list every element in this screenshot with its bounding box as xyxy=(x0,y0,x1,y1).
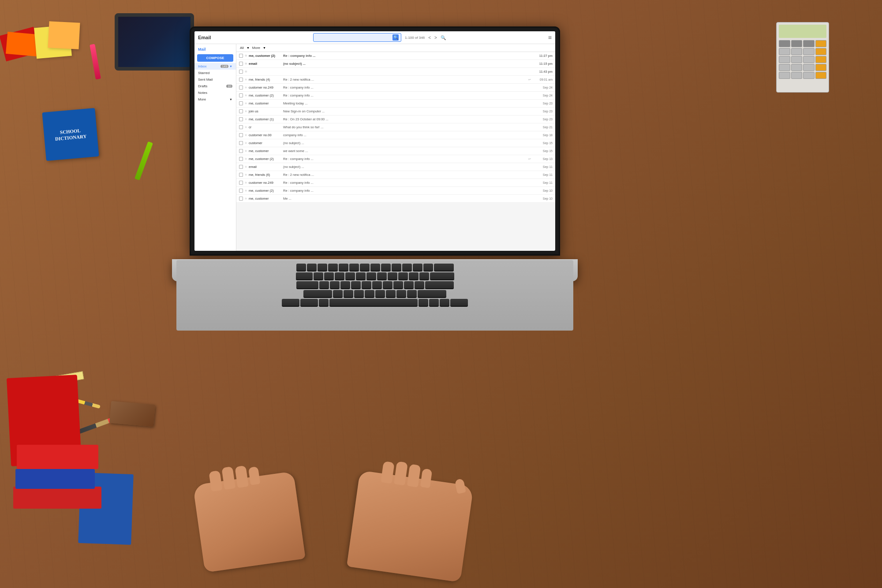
email-row[interactable]: ★me, customer (1)Re : On 23 October at 0… xyxy=(236,115,555,123)
reply-icon: ↩ xyxy=(528,157,534,161)
email-from: email xyxy=(249,62,282,66)
star-icon[interactable]: ★ xyxy=(244,86,247,89)
email-row[interactable]: ★me, customerMeeting today ...Sep 23 xyxy=(236,100,555,108)
email-checkbox[interactable] xyxy=(239,149,243,153)
email-subject: Re : company info ... xyxy=(283,189,527,193)
email-row[interactable]: ★customer no.249Re : company info ...Sep… xyxy=(236,179,555,187)
star-icon[interactable]: ★ xyxy=(244,93,247,97)
star-icon[interactable]: ★ xyxy=(244,101,247,105)
book-blue xyxy=(15,469,95,489)
sidebar-item-more[interactable]: More ▼ xyxy=(194,96,236,103)
email-row[interactable]: ★me, friends (6)Re : 2 new notifica ...S… xyxy=(236,171,555,179)
sidebar-item-drafts[interactable]: Drafts 10 xyxy=(194,83,236,89)
filter-more-button[interactable]: More xyxy=(252,46,260,50)
email-checkbox[interactable] xyxy=(239,78,243,82)
star-icon[interactable]: ★ xyxy=(244,117,247,121)
email-row[interactable]: ★me, friends (4)Re : 2 new notifica ...↩… xyxy=(236,76,555,84)
email-time: 09:01 am xyxy=(536,78,553,81)
sidebar-item-inbox[interactable]: Inbox 149 ▼ xyxy=(194,63,236,70)
email-row[interactable]: ★email(no subject) ...11:15 pm xyxy=(236,60,555,68)
calc-key xyxy=(815,40,827,47)
sidebar-item-starred[interactable]: Starred xyxy=(194,70,236,76)
search-input[interactable] xyxy=(316,36,392,40)
nav-prev-icon[interactable]: < xyxy=(428,35,431,40)
star-icon[interactable]: ★ xyxy=(244,149,247,153)
star-icon[interactable]: ★ xyxy=(244,109,247,113)
sidebar-item-sent[interactable]: Sent Mail xyxy=(194,76,236,83)
email-row[interactable]: ★me, customerMe ...Sep 10 xyxy=(236,195,555,203)
email-time: Sep 11 xyxy=(536,181,553,184)
star-icon[interactable]: ★ xyxy=(244,173,247,177)
calc-key xyxy=(815,56,827,63)
hamburger-menu-icon[interactable]: ≡ xyxy=(548,34,552,41)
email-checkbox[interactable] xyxy=(239,70,243,74)
star-icon[interactable]: ★ xyxy=(244,181,247,185)
school-dictionary: SchoolDictionary xyxy=(42,108,99,161)
email-row[interactable]: ★me, customer (2)Re : company info ...↩S… xyxy=(236,155,555,163)
email-checkbox[interactable] xyxy=(239,86,243,89)
email-row[interactable]: ★me, customerwe want some ...Sep 15 xyxy=(236,147,555,155)
email-row[interactable]: ★join usNew Sign-in on Computer ...Sep 2… xyxy=(236,108,555,115)
email-checkbox[interactable] xyxy=(239,189,243,193)
star-icon[interactable]: ★ xyxy=(244,157,247,161)
email-from: me, customer xyxy=(249,149,282,153)
email-checkbox[interactable] xyxy=(239,157,243,161)
pagination-info: 1-100 of 346 xyxy=(405,36,425,40)
email-checkbox[interactable] xyxy=(239,101,243,105)
email-subject: we want some ... xyxy=(283,149,527,153)
filter-more-chevron-icon: ▼ xyxy=(263,46,266,49)
star-icon[interactable]: ★ xyxy=(244,133,247,137)
email-row[interactable]: ★customer no.249Re : company info ...Sep… xyxy=(236,84,555,92)
calculator-display xyxy=(779,25,826,38)
hands-overlay xyxy=(190,451,476,575)
email-checkbox[interactable] xyxy=(239,165,243,169)
email-subject: Re : On 23 October at 09:00 ... xyxy=(283,117,527,121)
star-icon[interactable]: ★ xyxy=(244,197,247,201)
nav-next-icon[interactable]: > xyxy=(434,35,437,40)
sidebar-item-notes[interactable]: Notes xyxy=(194,89,236,96)
star-icon[interactable]: ★ xyxy=(244,62,247,66)
email-from: me, friends (6) xyxy=(249,173,282,177)
star-icon[interactable]: ★ xyxy=(244,70,247,74)
email-row[interactable]: ★email(no subject) ...Sep 11 xyxy=(236,163,555,171)
email-row[interactable]: ★11:43 pm xyxy=(236,68,555,76)
email-checkbox[interactable] xyxy=(239,125,243,129)
email-checkbox[interactable] xyxy=(239,133,243,137)
calc-key xyxy=(791,64,803,71)
email-checkbox[interactable] xyxy=(239,62,243,66)
email-checkbox[interactable] xyxy=(239,54,243,58)
star-icon[interactable]: ★ xyxy=(244,189,247,193)
sidebar-mail-label: Mail xyxy=(194,46,236,53)
email-checkbox[interactable] xyxy=(239,197,243,201)
star-icon[interactable]: ★ xyxy=(244,165,247,169)
email-row[interactable]: ★me, customer (2)Re : company info ...Se… xyxy=(236,187,555,195)
email-checkbox[interactable] xyxy=(239,109,243,113)
email-checkbox[interactable] xyxy=(239,173,243,177)
calculator-keys xyxy=(779,40,826,79)
email-from: cr xyxy=(249,125,282,129)
email-checkbox[interactable] xyxy=(239,117,243,121)
email-checkbox[interactable] xyxy=(239,93,243,97)
filter-all-button[interactable]: All xyxy=(240,46,244,50)
email-row[interactable]: ★me, customer (2)Re : company info ...Se… xyxy=(236,92,555,100)
calc-key xyxy=(779,48,790,55)
star-icon[interactable]: ★ xyxy=(244,125,247,129)
email-from: me, customer (2) xyxy=(249,93,282,97)
star-icon[interactable]: ★ xyxy=(244,78,247,82)
email-from: customer xyxy=(249,141,282,145)
search-bar[interactable]: 🔍 xyxy=(313,33,401,42)
calc-key xyxy=(803,48,815,55)
search-button[interactable]: 🔍 xyxy=(392,34,399,41)
email-checkbox[interactable] xyxy=(239,141,243,145)
email-from: me, customer (1) xyxy=(249,117,282,121)
search-expand-icon[interactable]: 🔍 xyxy=(441,35,446,40)
filter-all-chevron-icon: ▼ xyxy=(247,46,250,49)
email-row[interactable]: ★crWhat do you think so far! ...Sep 21 xyxy=(236,123,555,131)
email-checkbox[interactable] xyxy=(239,181,243,185)
email-row[interactable]: ★customer(no subject) ...Sep 15 xyxy=(236,139,555,147)
email-row[interactable]: ★customer no.00company info ...Sep 18 xyxy=(236,131,555,139)
star-icon[interactable]: ★ xyxy=(244,54,247,58)
compose-button[interactable]: COMPOSE xyxy=(197,54,233,62)
star-icon[interactable]: ★ xyxy=(244,141,247,145)
email-row[interactable]: ★me, customer (2)Re : company info ...11… xyxy=(236,52,555,60)
